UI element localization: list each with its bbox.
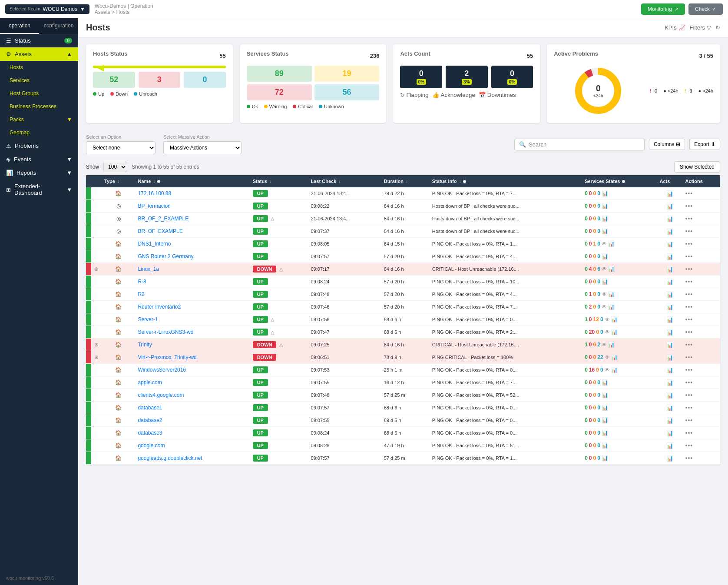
row-expand[interactable]	[91, 376, 102, 389]
col-lastcheck-header[interactable]: Last Check ↕	[308, 175, 381, 187]
host-link[interactable]: Router-inventario2	[138, 304, 181, 310]
chart-icon[interactable]: 📊	[602, 405, 608, 411]
more-actions-button[interactable]: •••	[685, 455, 693, 462]
sidebar-item-events[interactable]: ◈ Events ▼	[0, 153, 78, 166]
acts-icon[interactable]: 📊	[666, 405, 673, 411]
acts-icon[interactable]: 📊	[666, 430, 673, 436]
host-link[interactable]: WindowsServer2016	[138, 367, 186, 373]
acts-icon[interactable]: 📊	[666, 442, 673, 449]
eye-icon[interactable]: 👁	[602, 342, 607, 348]
host-link[interactable]: R-8	[138, 279, 146, 285]
row-expand[interactable]	[91, 389, 102, 402]
sidebar-item-reports[interactable]: 📊 Reports ▼	[0, 166, 78, 179]
more-actions-button[interactable]: •••	[685, 329, 693, 336]
tab-configuration[interactable]: configuration	[39, 18, 78, 34]
host-link[interactable]: Linux_1a	[138, 266, 159, 272]
acts-icon[interactable]: 📊	[666, 241, 673, 247]
acts-icon[interactable]: 📊	[666, 455, 673, 462]
sidebar-item-hosts[interactable]: Hosts	[0, 61, 78, 74]
row-expand[interactable]	[91, 313, 102, 326]
more-actions-button[interactable]: •••	[685, 240, 693, 247]
chart-icon[interactable]: 📊	[602, 228, 608, 234]
eye-icon[interactable]: 👁	[602, 304, 607, 310]
more-actions-button[interactable]: •••	[685, 316, 693, 323]
monitoring-button[interactable]: Monitoring ↗	[641, 3, 685, 15]
more-actions-button[interactable]: •••	[685, 215, 693, 222]
row-expand[interactable]	[91, 250, 102, 263]
row-expand[interactable]: ⊕	[91, 339, 102, 351]
eye-icon[interactable]: 👁	[602, 291, 607, 297]
acts-icon[interactable]: 📊	[666, 304, 673, 310]
sidebar-item-assets[interactable]: ⚙ Assets ▲	[0, 47, 78, 61]
tab-operation[interactable]: operation	[0, 18, 39, 34]
more-actions-button[interactable]: •••	[685, 417, 693, 424]
more-actions-button[interactable]: •••	[685, 379, 693, 386]
host-link[interactable]: Server-r-LinuxGNS3-wd	[138, 329, 193, 335]
host-link[interactable]: BR_OF_EXAMPLE	[138, 228, 182, 234]
more-actions-button[interactable]: •••	[685, 392, 693, 399]
chart-icon[interactable]: 📊	[602, 455, 608, 461]
sidebar-item-geomap[interactable]: Geomap	[0, 126, 78, 139]
eye-icon[interactable]: 👁	[605, 316, 610, 322]
eye-icon[interactable]: 👁	[602, 266, 607, 272]
more-actions-button[interactable]: •••	[685, 404, 693, 411]
chart-icon[interactable]: 📊	[608, 266, 615, 272]
host-link[interactable]: DNS1_Interno	[138, 241, 171, 247]
more-actions-button[interactable]: •••	[685, 190, 693, 197]
col-type-header[interactable]: Type ↕	[102, 175, 135, 187]
acts-icon[interactable]: 📊	[666, 392, 673, 399]
row-expand[interactable]: ⊕	[91, 351, 102, 364]
host-link[interactable]: googleads.g.doubleclick.net	[138, 455, 202, 461]
more-actions-button[interactable]: •••	[685, 303, 693, 310]
chart-icon[interactable]: 📊	[602, 190, 608, 196]
row-expand[interactable]	[91, 364, 102, 376]
host-link[interactable]: Server-1	[138, 316, 158, 322]
host-link[interactable]: apple.com	[138, 379, 162, 386]
show-selected-button[interactable]: Show Selected	[674, 161, 720, 173]
row-expand[interactable]	[91, 288, 102, 301]
sidebar-item-services[interactable]: Services	[0, 74, 78, 87]
host-link[interactable]: Trinity	[138, 342, 152, 348]
export-button[interactable]: Export ⬇	[689, 139, 720, 150]
row-expand[interactable]	[91, 427, 102, 439]
col-name-header[interactable]: Name ↕ ⊕	[135, 175, 250, 187]
chart-icon[interactable]: 📊	[611, 316, 618, 322]
row-expand[interactable]	[91, 200, 102, 213]
acknowledge-button[interactable]: 👍 Acknowledge	[432, 92, 475, 98]
row-expand[interactable]	[91, 414, 102, 427]
acts-icon[interactable]: 📊	[666, 367, 673, 373]
search-input[interactable]	[529, 141, 640, 148]
host-link[interactable]: database1	[138, 405, 162, 411]
col-svcstates-header[interactable]: Services States ⊕	[582, 175, 657, 187]
chart-icon[interactable]: 📊	[611, 329, 618, 335]
chart-icon[interactable]: 📊	[602, 279, 608, 285]
show-count-select[interactable]: 100	[103, 162, 127, 172]
row-expand[interactable]	[91, 213, 102, 225]
kpis-button[interactable]: KPIs 📈	[665, 24, 685, 31]
sidebar-item-packs[interactable]: Packs ▼	[0, 113, 78, 126]
acts-icon[interactable]: 📊	[666, 379, 673, 386]
col-duration-header[interactable]: Duration ↕	[381, 175, 430, 187]
sidebar-item-business-processes[interactable]: Business Processes	[0, 100, 78, 113]
check-button[interactable]: Check ✓	[688, 3, 723, 15]
massive-action-dropdown[interactable]: Massive Actions	[163, 141, 242, 154]
chart-icon[interactable]: 📊	[611, 354, 618, 360]
eye-icon[interactable]: 👁	[602, 241, 607, 247]
realm-selector[interactable]: Selected Realm WOCU Demos ▼	[5, 4, 89, 14]
host-link[interactable]: Virt-r-Proxmox_Trinity-wd	[138, 354, 196, 360]
row-expand[interactable]	[91, 402, 102, 414]
sidebar-item-hostgroups[interactable]: Host Groups	[0, 87, 78, 100]
chart-icon[interactable]: 📊	[608, 291, 615, 297]
chart-icon[interactable]: 📊	[611, 367, 618, 373]
eye-icon[interactable]: 👁	[605, 354, 610, 360]
row-expand[interactable]	[91, 326, 102, 339]
acts-icon[interactable]: 📊	[666, 354, 673, 361]
host-link[interactable]: database3	[138, 430, 162, 436]
sidebar-item-status[interactable]: ☰ Status 0	[0, 34, 78, 47]
chart-icon[interactable]: 📊	[602, 430, 608, 436]
refresh-button[interactable]: ↻	[715, 24, 720, 31]
eye-icon[interactable]: 👁	[605, 329, 610, 335]
host-link[interactable]: BR_OF_2_EXAMPLE	[138, 216, 189, 222]
acts-icon[interactable]: 📊	[666, 316, 673, 323]
chart-icon[interactable]: 📊	[602, 253, 608, 259]
